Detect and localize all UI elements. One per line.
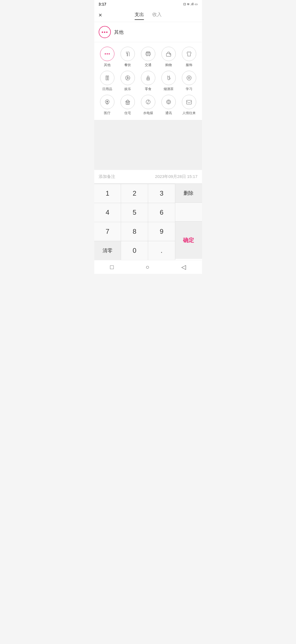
category-shopping[interactable]: 购物 [158,47,179,67]
close-button[interactable]: × [99,12,102,18]
key-5[interactable]: 5 [121,203,148,222]
nav-back-icon[interactable]: ◁ [181,264,186,271]
note-date-bar: 添加备注 2023年09月28日 15:17 [94,170,202,183]
category-other[interactable]: 其他 [97,47,117,67]
category-social-label: 人情往来 [182,111,196,115]
key-8[interactable]: 8 [121,222,148,241]
category-clothing-icon [182,47,196,61]
svg-point-2 [108,53,109,54]
note-placeholder[interactable]: 添加备注 [99,174,115,179]
numpad-main: 1 2 3 4 5 6 7 8 9 清零 0 . [94,184,175,260]
selected-category-icon [99,26,111,38]
category-clothing-label: 服饰 [186,63,192,67]
key-spacer [175,203,202,221]
status-time: 3:17 [99,2,106,6]
category-snack-icon [141,71,155,85]
category-utility-label: 水电煤 [143,111,153,115]
numpad-col-right: 删除 确定 [175,184,202,260]
svg-point-39 [168,102,169,102]
key-clear[interactable]: 清零 [94,241,121,260]
key-9[interactable]: 9 [148,222,175,241]
selected-category-header: 其他 [94,22,202,42]
category-shopping-icon [161,47,176,61]
category-food-icon [121,47,135,61]
status-bar: 3:17 ⊡ ≋ .ıll ▭ [94,0,202,8]
numpad-row-1: 1 2 3 [94,184,175,203]
key-4[interactable]: 4 [94,203,121,222]
category-utility-icon [141,95,155,109]
category-food[interactable]: 餐饮 [117,47,138,67]
category-snack-label: 零食 [145,87,151,91]
key-7[interactable]: 7 [94,222,121,241]
category-social[interactable]: 人情往来 [179,95,199,115]
category-medical-label: 医疗 [104,111,111,115]
key-0[interactable]: 0 [121,241,148,260]
bottom-nav: □ ○ ◁ [94,260,202,274]
svg-point-27 [187,76,191,80]
svg-rect-13 [108,76,109,80]
category-medical-icon [100,95,114,109]
category-alcohol-label: 烟酒茶 [164,87,174,91]
category-alcohol-icon [161,71,176,85]
svg-rect-35 [128,102,129,102]
category-entertain-label: 娱乐 [124,87,131,91]
svg-rect-33 [127,103,128,104]
category-daily-icon [100,71,114,85]
category-other-icon [100,47,114,61]
svg-point-1 [106,53,108,54]
numpad-row-3: 7 8 9 [94,222,175,241]
key-3[interactable]: 3 [148,184,175,203]
nav-square-icon[interactable]: □ [110,264,114,271]
category-alcohol[interactable]: 烟酒茶 [158,71,179,91]
category-telecom-icon [161,95,176,109]
tab-expense[interactable]: 支出 [135,11,144,19]
key-6[interactable]: 6 [148,203,175,222]
key-confirm[interactable]: 确定 [175,221,202,259]
status-icons: ⊡ ≋ .ıll ▭ [183,2,198,6]
numpad: 1 2 3 4 5 6 7 8 9 清零 0 . [94,183,202,260]
category-daily-label: 日用品 [102,87,112,91]
category-transit-icon [141,47,155,61]
content-spacer [94,120,202,170]
category-shopping-label: 购物 [165,63,172,67]
category-housing[interactable]: 住宅 [117,95,138,115]
svg-rect-34 [126,102,127,102]
category-clothing[interactable]: 服饰 [179,47,199,67]
nav-circle-icon[interactable]: ○ [146,264,149,271]
category-grid: 其他 餐饮 [94,42,202,120]
category-entertain-icon [121,71,135,85]
category-study[interactable]: 学习 [179,71,199,91]
key-1[interactable]: 1 [94,184,121,203]
numpad-row-2: 4 5 6 [94,203,175,222]
category-transit[interactable]: 交通 [138,47,158,67]
tab-group: 支出 收入 [135,11,162,19]
category-telecom-label: 通讯 [165,111,172,115]
category-utility[interactable]: 水电煤 [138,95,158,115]
category-daily[interactable]: 日用品 [97,71,117,91]
svg-point-21 [127,78,128,78]
category-telecom[interactable]: 通讯 [158,95,179,115]
numpad-row-4: 清零 0 . [94,241,175,260]
key-2[interactable]: 2 [121,184,148,203]
svg-point-0 [104,53,106,54]
svg-rect-42 [187,100,192,104]
top-bar: × 支出 收入 [94,8,202,22]
svg-rect-31 [106,101,108,102]
category-social-icon [182,95,196,109]
app-container: 3:17 ⊡ ≋ .ıll ▭ × 支出 收入 其他 [94,0,202,274]
category-medical[interactable]: 医疗 [97,95,117,115]
date-display: 2023年09月28日 15:17 [155,174,197,179]
key-dot[interactable]: . [148,241,175,260]
svg-rect-12 [106,76,107,80]
category-entertain[interactable]: 娱乐 [117,71,138,91]
category-snack[interactable]: 零食 [138,71,158,91]
category-study-label: 学习 [186,87,192,91]
key-delete[interactable]: 删除 [175,184,202,203]
tab-income[interactable]: 收入 [152,11,162,19]
category-transit-label: 交通 [145,63,151,67]
category-housing-label: 住宅 [124,111,131,115]
category-study-icon [182,71,196,85]
category-housing-icon [121,95,135,109]
category-other-label: 其他 [104,63,111,67]
selected-category-label: 其他 [114,29,124,35]
